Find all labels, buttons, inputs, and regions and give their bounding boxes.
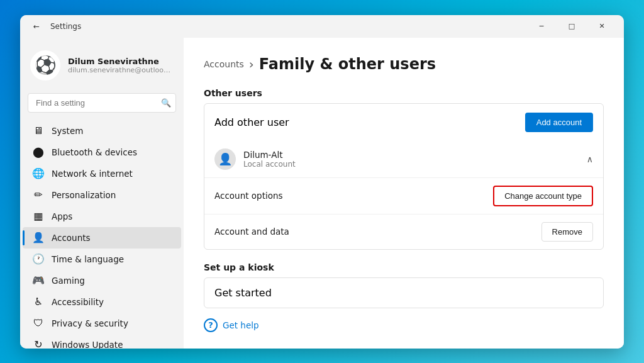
other-users-card: Add other user Add account 👤 Dilum-Alt L… <box>204 103 604 250</box>
privacy-icon: 🛡 <box>33 318 44 329</box>
account-options-row: Account options Change account type <box>204 178 603 214</box>
search-icon: 🔍 <box>161 98 171 108</box>
user-name: Dilum Senevirathne <box>68 57 174 66</box>
network-icon: 🌐 <box>33 168 44 179</box>
nav-item-wrap-apps: ▦Apps <box>20 206 184 227</box>
title-bar: ← Settings ─ □ ✕ <box>20 15 624 38</box>
sidebar-item-bluetooth[interactable]: ⬤Bluetooth & devices <box>23 142 181 163</box>
avatar: ⚽ <box>30 50 60 81</box>
nav-list: 🖥System⬤Bluetooth & devices🌐Network & in… <box>20 120 184 349</box>
change-account-type-button[interactable]: Change account type <box>493 186 593 206</box>
sidebar-item-apps[interactable]: ▦Apps <box>23 206 181 227</box>
sidebar-item-update[interactable]: ↻Windows Update <box>23 334 181 349</box>
sidebar-item-accounts[interactable]: 👤Accounts <box>23 227 181 249</box>
help-label: Get help <box>223 320 259 330</box>
sidebar-item-gaming[interactable]: 🎮Gaming <box>23 270 181 291</box>
close-button[interactable]: ✕ <box>587 16 616 36</box>
sidebar-item-privacy[interactable]: 🛡Privacy & security <box>23 313 181 334</box>
active-accent <box>23 230 25 245</box>
time-icon: 🕐 <box>33 254 44 265</box>
breadcrumb-current: Family & other users <box>259 55 436 73</box>
nav-item-wrap-time: 🕐Time & language <box>20 249 184 270</box>
user-avatar-small: 👤 <box>214 148 236 170</box>
sidebar-item-label-update: Windows Update <box>52 340 123 349</box>
window-controls: ─ □ ✕ <box>527 16 616 36</box>
kiosk-card: Get started <box>204 277 604 308</box>
sidebar-item-time[interactable]: 🕐Time & language <box>23 249 181 270</box>
sidebar-item-accessibility[interactable]: ♿Accessibility <box>23 291 181 313</box>
sidebar-item-label-system: System <box>52 126 83 136</box>
sidebar-item-label-apps: Apps <box>52 211 72 221</box>
bluetooth-icon: ⬤ <box>33 147 44 158</box>
user-info: Dilum Senevirathne dilum.senevirathne@ou… <box>68 57 174 74</box>
breadcrumb: Accounts › Family & other users <box>204 55 604 73</box>
user-entry: 👤 Dilum-Alt Local account ∧ Account opti… <box>204 141 603 249</box>
kiosk-label: Get started <box>214 287 272 299</box>
sidebar-item-label-accessibility: Accessibility <box>52 297 104 307</box>
update-icon: ↻ <box>33 339 44 349</box>
sidebar-item-label-personalization: Personalization <box>52 190 116 200</box>
nav-item-wrap-system: 🖥System <box>20 120 184 142</box>
minimize-button[interactable]: ─ <box>527 16 556 36</box>
chevron-up-icon[interactable]: ∧ <box>587 154 593 164</box>
sidebar: ⚽ Dilum Senevirathne dilum.senevirathne@… <box>20 38 184 349</box>
sidebar-item-label-accounts: Accounts <box>52 233 91 243</box>
search-input[interactable] <box>28 93 176 113</box>
user-entry-name: Dilum-Alt <box>243 150 296 160</box>
main-panel: Accounts › Family & other users Other us… <box>184 38 624 349</box>
nav-item-wrap-network: 🌐Network & internet <box>20 163 184 184</box>
nav-item-wrap-bluetooth: ⬤Bluetooth & devices <box>20 142 184 163</box>
sidebar-item-label-network: Network & internet <box>52 169 133 179</box>
user-email: dilum.senevirathne@outlook.com <box>68 66 174 74</box>
user-entry-details: Dilum-Alt Local account <box>243 150 296 169</box>
nav-item-wrap-personalization: ✏️Personalization <box>20 184 184 206</box>
nav-item-wrap-accessibility: ♿Accessibility <box>20 291 184 313</box>
kiosk-title: Set up a kiosk <box>204 262 604 272</box>
kiosk-row: Get started <box>204 278 603 308</box>
other-users-title: Other users <box>204 88 604 98</box>
sidebar-item-network[interactable]: 🌐Network & internet <box>23 163 181 184</box>
sidebar-item-label-gaming: Gaming <box>52 276 85 286</box>
nav-item-wrap-privacy: 🛡Privacy & security <box>20 313 184 334</box>
maximize-button[interactable]: □ <box>557 16 586 36</box>
sidebar-item-personalization[interactable]: ✏️Personalization <box>23 184 181 206</box>
remove-button[interactable]: Remove <box>541 222 593 242</box>
apps-icon: ▦ <box>33 211 44 222</box>
add-account-button[interactable]: Add account <box>525 113 593 132</box>
user-entry-header: 👤 Dilum-Alt Local account ∧ <box>204 141 603 178</box>
search-box: 🔍 <box>28 93 176 113</box>
accessibility-icon: ♿ <box>33 296 44 308</box>
main-content: ⚽ Dilum Senevirathne dilum.senevirathne@… <box>20 38 624 349</box>
help-icon: ? <box>204 318 218 332</box>
sidebar-item-label-time: Time & language <box>52 254 124 264</box>
breadcrumb-separator: › <box>249 57 254 72</box>
sidebar-item-label-bluetooth: Bluetooth & devices <box>52 147 137 157</box>
kiosk-section: Set up a kiosk Get started <box>204 262 604 308</box>
window-title: Settings <box>50 22 527 31</box>
nav-item-wrap-update: ↻Windows Update <box>20 334 184 349</box>
system-icon: 🖥 <box>33 125 44 137</box>
settings-window: ← Settings ─ □ ✕ ⚽ Dilum Senevirathne di… <box>20 15 624 349</box>
add-user-row: Add other user Add account <box>204 104 603 141</box>
sidebar-item-system[interactable]: 🖥System <box>23 120 181 142</box>
back-button[interactable]: ← <box>28 18 45 35</box>
sidebar-item-label-privacy: Privacy & security <box>52 318 128 328</box>
user-profile: ⚽ Dilum Senevirathne dilum.senevirathne@… <box>20 43 184 91</box>
account-data-label: Account and data <box>214 226 289 237</box>
gaming-icon: 🎮 <box>33 275 44 286</box>
account-options-label: Account options <box>214 191 283 201</box>
user-entry-left: 👤 Dilum-Alt Local account <box>214 148 296 170</box>
nav-item-wrap-gaming: 🎮Gaming <box>20 270 184 291</box>
breadcrumb-parent: Accounts <box>204 59 244 69</box>
accounts-icon: 👤 <box>33 232 44 243</box>
personalization-icon: ✏️ <box>33 189 44 201</box>
account-data-row: Account and data Remove <box>204 214 603 249</box>
add-user-label: Add other user <box>214 116 289 128</box>
nav-item-wrap-accounts: 👤Accounts <box>20 227 184 249</box>
help-link[interactable]: ? Get help <box>204 318 604 332</box>
user-entry-sub: Local account <box>243 160 296 169</box>
